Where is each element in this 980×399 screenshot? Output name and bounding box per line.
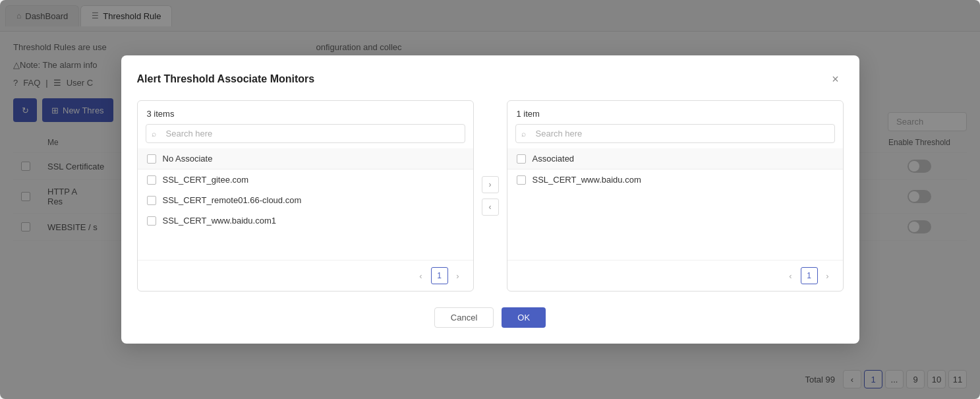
no-associate-checkbox[interactable] bbox=[147, 154, 156, 164]
move-right-btn[interactable]: › bbox=[482, 176, 499, 193]
ok-button[interactable]: OK bbox=[502, 307, 546, 328]
left-search-input[interactable] bbox=[146, 124, 465, 143]
item3-label: SSL_CERT_www.baidu.com1 bbox=[163, 216, 276, 226]
modal-dialog: Alert Threshold Associate Monitors × 3 i… bbox=[121, 55, 859, 344]
right-search-icon: ⌕ bbox=[521, 129, 526, 138]
item1-label: SSL_CERT_gitee.com bbox=[163, 175, 249, 185]
left-search-icon: ⌕ bbox=[152, 129, 156, 138]
left-panel: 3 items ⌕ No Associate SSL_CERT_ bbox=[137, 100, 474, 292]
ok-label: OK bbox=[517, 313, 530, 322]
right-panel-count: 1 item bbox=[507, 101, 843, 124]
right-panel-list: Associated SSL_CERT_www.baidu.com bbox=[507, 148, 843, 260]
left-panel-count: 3 items bbox=[138, 101, 473, 124]
main-page: ⌂ DashBoard ☰ Threshold Rule Threshold R… bbox=[0, 0, 980, 399]
modal-header: Alert Threshold Associate Monitors × bbox=[137, 71, 844, 87]
transfer-arrows: › ‹ bbox=[482, 176, 499, 216]
close-icon: × bbox=[832, 73, 839, 86]
right-list-item[interactable]: SSL_CERT_www.baidu.com bbox=[507, 169, 843, 190]
left-page-1-btn[interactable]: 1 bbox=[431, 267, 448, 284]
no-associate-label: No Associate bbox=[163, 154, 213, 164]
cancel-label: Cancel bbox=[451, 313, 477, 322]
left-panel-list: No Associate SSL_CERT_gitee.com SSL_CERT… bbox=[138, 148, 473, 260]
right-panel-header-item[interactable]: Associated bbox=[507, 148, 843, 169]
modal-title: Alert Threshold Associate Monitors bbox=[137, 73, 315, 85]
modal-footer: Cancel OK bbox=[137, 307, 844, 328]
right-page-1-btn[interactable]: 1 bbox=[801, 267, 818, 284]
right-panel-footer: ‹ 1 › bbox=[507, 260, 843, 291]
cancel-button[interactable]: Cancel bbox=[434, 307, 494, 328]
right-item1-checkbox[interactable] bbox=[517, 175, 526, 185]
right-current-page-label: 1 bbox=[807, 271, 811, 280]
left-panel-search: ⌕ bbox=[146, 124, 465, 143]
item3-checkbox[interactable] bbox=[147, 216, 156, 226]
right-panel: 1 item ⌕ Associated SSL_CERT_www.baidu.c… bbox=[507, 100, 844, 292]
move-left-btn[interactable]: ‹ bbox=[482, 199, 499, 216]
item1-checkbox[interactable] bbox=[147, 175, 156, 185]
item2-checkbox[interactable] bbox=[147, 196, 156, 205]
left-panel-header-item[interactable]: No Associate bbox=[138, 148, 473, 169]
left-list-item[interactable]: SSL_CERT_gitee.com bbox=[138, 169, 473, 190]
modal-close-button[interactable]: × bbox=[828, 71, 844, 87]
left-panel-footer: ‹ 1 › bbox=[138, 260, 473, 291]
right-search-input[interactable] bbox=[515, 124, 835, 143]
associated-label: Associated bbox=[533, 154, 575, 164]
modal-overlay: Alert Threshold Associate Monitors × 3 i… bbox=[0, 0, 980, 399]
left-current-page-label: 1 bbox=[437, 271, 442, 280]
right-prev-page-btn[interactable]: ‹ bbox=[784, 268, 798, 283]
right-item1-label: SSL_CERT_www.baidu.com bbox=[533, 175, 641, 185]
left-list-item[interactable]: SSL_CERT_www.baidu.com1 bbox=[138, 210, 473, 231]
left-prev-page-btn[interactable]: ‹ bbox=[414, 268, 428, 283]
left-next-page-btn[interactable]: › bbox=[451, 268, 465, 283]
associated-checkbox[interactable] bbox=[517, 154, 526, 164]
item2-label: SSL_CERT_remote01.66-cloud.com bbox=[163, 195, 302, 205]
left-list-item[interactable]: SSL_CERT_remote01.66-cloud.com bbox=[138, 190, 473, 210]
right-panel-search: ⌕ bbox=[515, 124, 835, 143]
transfer-container: 3 items ⌕ No Associate SSL_CERT_ bbox=[137, 100, 844, 292]
right-next-page-btn[interactable]: › bbox=[821, 268, 835, 283]
